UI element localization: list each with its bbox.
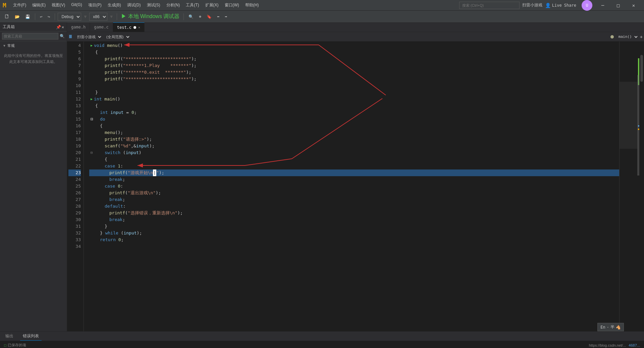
code-line-9[interactable]: printf("************************"); — [89, 76, 619, 82]
search-input[interactable] — [459, 2, 520, 9]
menu-git[interactable]: Git(G) — [68, 1, 85, 9]
tab-label-test-c: test.c — [117, 25, 131, 30]
code-line-14[interactable]: int input = 0; — [89, 109, 619, 116]
code-line-22[interactable]: case 1: — [89, 163, 619, 169]
line-num-24: 24 — [68, 176, 81, 183]
code-line-7[interactable]: printf("*******1.Play *******"); — [89, 62, 619, 69]
tab-game-h[interactable]: game.h — [67, 22, 90, 32]
ime-icon: 🐴 — [616, 325, 621, 330]
code-line-21[interactable]: { — [89, 156, 619, 163]
scope-select[interactable]: (全局范围) — [104, 33, 130, 41]
file-icon — [68, 34, 73, 39]
toolbox-search-area: 🔍 — [0, 31, 67, 41]
close-button[interactable]: ✕ — [626, 0, 641, 11]
open-file-button[interactable]: 📂 — [13, 13, 22, 20]
minimize-button[interactable]: ─ — [595, 0, 610, 11]
minimap-blue-line — [638, 125, 639, 127]
liveshare-button[interactable]: 👤 Live Share — [542, 1, 579, 9]
user-avatar[interactable]: U — [582, 0, 592, 11]
menu-debug[interactable]: 调试(D) — [124, 1, 144, 9]
menu-build[interactable]: 生成(B) — [105, 1, 124, 9]
prev-bookmark-button[interactable]: ⬅ — [215, 13, 221, 20]
main-layout: 工具箱 📌 ✕ 🔍 ▼ 常规 此组中没有可用的控件。将某项拖至此文本可将其添加到… — [0, 23, 644, 331]
saved-label: 已保存的项 — [8, 343, 26, 348]
code-line-27[interactable]: break; — [89, 196, 619, 203]
code-line-4[interactable]: ▶void menu() — [89, 42, 619, 49]
toolbox-section-title[interactable]: ▼ 常规 — [3, 43, 64, 48]
scrollbar-thumb[interactable] — [640, 55, 643, 82]
menu-file[interactable]: 文件(F) — [10, 1, 29, 9]
code-line-17[interactable]: menu(); — [89, 129, 619, 136]
line-num-30: 30 — [68, 216, 81, 223]
minimap[interactable] — [619, 42, 639, 331]
editor-nav-bar: 扫雷小游戏 (全局范围) main() + — [67, 32, 644, 42]
code-line-29[interactable]: printf("选择错误，重新选择\n"); — [89, 210, 619, 216]
code-line-11[interactable]: } — [89, 89, 619, 96]
code-line-12[interactable]: ▶int main() — [89, 96, 619, 102]
function-select[interactable]: main() — [616, 33, 639, 41]
code-line-20[interactable]: ⊟switch (input) — [89, 149, 619, 156]
next-bookmark-button[interactable]: ➡ — [223, 13, 229, 20]
code-content[interactable]: ▶void menu() { printf("*****************… — [84, 42, 619, 331]
menu-edit[interactable]: 编辑(E) — [30, 1, 48, 9]
tab-label-game-h: game.h — [71, 25, 86, 29]
menu-view[interactable]: 视图(V) — [49, 1, 68, 9]
code-line-30[interactable]: break; — [89, 216, 619, 223]
menu-test[interactable]: 测试(S) — [144, 1, 163, 9]
code-line-6[interactable]: printf("************************"); — [89, 56, 619, 62]
platform-arrow: ▼ — [109, 14, 114, 19]
platform-select[interactable]: x86 — [89, 13, 107, 21]
code-line-24[interactable]: break; — [89, 176, 619, 183]
zoom-out-button[interactable]: ⊕ — [197, 13, 203, 20]
toolbox-close-button[interactable]: ✕ — [62, 25, 64, 29]
code-line-13[interactable]: { — [89, 102, 619, 109]
zoom-in-button[interactable]: 🔍 — [186, 13, 196, 20]
code-line-5[interactable]: { — [89, 49, 619, 56]
project-select[interactable]: 扫雷小游戏 — [74, 33, 102, 41]
code-line-16[interactable]: { — [89, 123, 619, 129]
line-num-28: 28 — [68, 203, 81, 210]
line-num-19: 19 — [68, 143, 81, 149]
code-line-25[interactable]: case 0: — [89, 183, 619, 190]
add-function-button[interactable]: + — [640, 34, 643, 40]
tab-game-c[interactable]: game.c — [90, 22, 113, 32]
expand-15[interactable]: ⊟ — [91, 116, 95, 123]
code-line-19[interactable]: scanf("%d",&input); — [89, 143, 619, 149]
ime-indicator[interactable]: En · 半 🐴 — [597, 323, 624, 331]
tab-test-c[interactable]: test.c ✕ — [113, 22, 145, 32]
code-line-26[interactable]: printf("退出游戏\n"); — [89, 190, 619, 196]
menu-analyze[interactable]: 分析(N) — [164, 1, 183, 9]
code-line-31[interactable]: } — [89, 223, 619, 230]
save-button[interactable]: 💾 — [23, 13, 32, 20]
tab-close-button[interactable]: ✕ — [138, 25, 140, 29]
code-line-8[interactable]: printf("*******0.exit *******"); — [89, 69, 619, 76]
section-collapse-icon: ▼ — [3, 44, 6, 48]
toolbar-separator-3 — [117, 13, 117, 20]
code-line-33[interactable]: return 0; — [89, 236, 619, 243]
code-line-32[interactable]: } while (input); — [89, 230, 619, 236]
bookmark-button[interactable]: 🔖 — [205, 13, 214, 20]
menu-window[interactable]: 窗口(W) — [222, 1, 242, 9]
undo-button[interactable]: ↩ — [38, 13, 44, 20]
run-debugger-button[interactable]: ▶ 本地 Windows 调试器 — [120, 12, 181, 21]
code-line-18[interactable]: printf("请选择:>"); — [89, 136, 619, 143]
expand-20[interactable]: ⊟ — [91, 149, 95, 156]
menu-tools[interactable]: 工具(T) — [183, 1, 202, 9]
code-line-28[interactable]: default: — [89, 203, 619, 210]
maximize-button[interactable]: □ — [610, 0, 626, 11]
debug-config-select[interactable]: Debug — [58, 13, 81, 21]
menu-help[interactable]: 帮助(H) — [243, 1, 262, 9]
toolbox-pin-button[interactable]: 📌 — [56, 25, 61, 29]
redo-button[interactable]: ↪ — [46, 13, 52, 20]
panel-tab-errors[interactable]: 错误列表 — [20, 332, 42, 341]
menu-extensions[interactable]: 扩展(X) — [203, 1, 221, 9]
line-num-25: 25 — [68, 183, 81, 190]
vertical-scrollbar[interactable] — [639, 42, 644, 331]
toolbox-search-input[interactable] — [2, 33, 58, 40]
panel-tab-output[interactable]: 输出 — [3, 332, 16, 340]
new-file-button[interactable] — [3, 13, 11, 20]
code-line-15[interactable]: ⊟do — [89, 116, 619, 123]
code-line-23[interactable]: printf("游戏开始\n|"); — [89, 169, 619, 176]
new-file-icon — [5, 14, 9, 19]
menu-project[interactable]: 项目(P) — [86, 1, 104, 9]
